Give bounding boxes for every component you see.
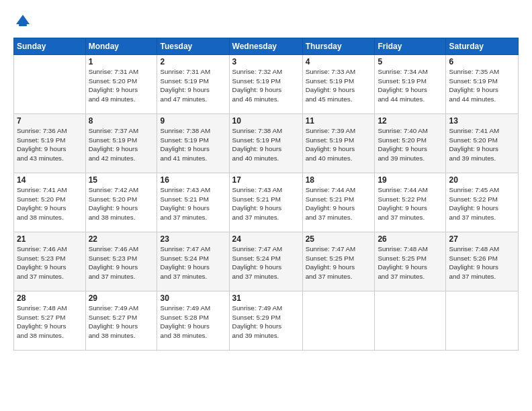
day-cell: 2Sunrise: 7:31 AMSunset: 5:19 PMDaylight… (157, 55, 229, 114)
svg-marker-0 (16, 15, 30, 24)
day-number: 24 (232, 234, 300, 244)
day-cell: 9Sunrise: 7:38 AMSunset: 5:19 PMDaylight… (157, 114, 229, 173)
day-number: 15 (89, 175, 154, 185)
day-cell: 30Sunrise: 7:49 AMSunset: 5:28 PMDayligh… (157, 291, 229, 351)
day-detail: Sunrise: 7:47 AMSunset: 5:24 PMDaylight:… (232, 244, 300, 281)
day-detail: Sunrise: 7:48 AMSunset: 5:25 PMDaylight:… (378, 244, 443, 281)
day-number: 20 (449, 175, 515, 185)
day-number: 9 (160, 116, 226, 126)
day-detail: Sunrise: 7:43 AMSunset: 5:21 PMDaylight:… (160, 185, 226, 222)
day-detail: Sunrise: 7:34 AMSunset: 5:19 PMDaylight:… (378, 67, 443, 104)
day-number: 6 (449, 57, 515, 66)
day-number: 10 (232, 116, 300, 126)
day-cell (446, 291, 519, 351)
day-cell: 1Sunrise: 7:31 AMSunset: 5:20 PMDaylight… (85, 55, 157, 114)
day-cell: 14Sunrise: 7:41 AMSunset: 5:20 PMDayligh… (14, 173, 86, 232)
weekday-header-sunday: Sunday (14, 38, 86, 55)
day-number: 19 (378, 175, 443, 185)
day-detail: Sunrise: 7:41 AMSunset: 5:20 PMDaylight:… (449, 126, 515, 163)
day-detail: Sunrise: 7:39 AMSunset: 5:19 PMDaylight:… (306, 126, 372, 163)
day-cell: 12Sunrise: 7:40 AMSunset: 5:20 PMDayligh… (375, 114, 446, 173)
day-detail: Sunrise: 7:41 AMSunset: 5:20 PMDaylight:… (17, 185, 83, 222)
day-detail: Sunrise: 7:42 AMSunset: 5:20 PMDaylight:… (89, 185, 154, 222)
day-cell: 19Sunrise: 7:44 AMSunset: 5:22 PMDayligh… (375, 173, 446, 232)
day-cell: 25Sunrise: 7:47 AMSunset: 5:25 PMDayligh… (302, 232, 375, 291)
day-number: 26 (378, 234, 443, 244)
weekday-header-friday: Friday (375, 38, 446, 55)
day-cell: 22Sunrise: 7:46 AMSunset: 5:23 PMDayligh… (85, 232, 157, 291)
day-cell: 26Sunrise: 7:48 AMSunset: 5:25 PMDayligh… (375, 232, 446, 291)
calendar-body: 1Sunrise: 7:31 AMSunset: 5:20 PMDaylight… (14, 55, 519, 351)
week-row-3: 14Sunrise: 7:41 AMSunset: 5:20 PMDayligh… (14, 173, 519, 232)
day-number: 17 (232, 175, 300, 185)
day-cell: 3Sunrise: 7:32 AMSunset: 5:19 PMDaylight… (229, 55, 302, 114)
day-detail: Sunrise: 7:33 AMSunset: 5:19 PMDaylight:… (306, 67, 372, 104)
day-number: 23 (160, 234, 226, 244)
day-number: 8 (89, 116, 154, 126)
weekday-header-tuesday: Tuesday (157, 38, 229, 55)
day-detail: Sunrise: 7:47 AMSunset: 5:25 PMDaylight:… (306, 244, 372, 281)
week-row-1: 1Sunrise: 7:31 AMSunset: 5:20 PMDaylight… (14, 55, 519, 114)
calendar-header: SundayMondayTuesdayWednesdayThursdayFrid… (14, 38, 519, 55)
page: SundayMondayTuesdayWednesdayThursdayFrid… (0, 0, 532, 411)
weekday-header-saturday: Saturday (446, 38, 519, 55)
day-number: 14 (17, 175, 83, 185)
day-detail: Sunrise: 7:35 AMSunset: 5:19 PMDaylight:… (449, 67, 515, 104)
weekday-header-wednesday: Wednesday (229, 38, 302, 55)
logo-icon (13, 12, 32, 31)
day-cell: 29Sunrise: 7:49 AMSunset: 5:27 PMDayligh… (85, 291, 157, 351)
day-detail: Sunrise: 7:49 AMSunset: 5:29 PMDaylight:… (232, 304, 300, 340)
day-number: 1 (89, 57, 154, 66)
calendar: SundayMondayTuesdayWednesdayThursdayFrid… (13, 38, 519, 351)
day-detail: Sunrise: 7:31 AMSunset: 5:20 PMDaylight:… (89, 67, 154, 104)
day-cell: 4Sunrise: 7:33 AMSunset: 5:19 PMDaylight… (302, 55, 375, 114)
weekday-header-monday: Monday (85, 38, 157, 55)
day-number: 5 (378, 57, 443, 66)
day-detail: Sunrise: 7:32 AMSunset: 5:19 PMDaylight:… (232, 67, 300, 104)
day-number: 2 (160, 57, 226, 66)
day-detail: Sunrise: 7:38 AMSunset: 5:19 PMDaylight:… (232, 126, 300, 163)
day-detail: Sunrise: 7:45 AMSunset: 5:22 PMDaylight:… (449, 185, 515, 222)
day-cell: 7Sunrise: 7:36 AMSunset: 5:19 PMDaylight… (14, 114, 86, 173)
day-cell: 18Sunrise: 7:44 AMSunset: 5:21 PMDayligh… (302, 173, 375, 232)
day-number: 18 (306, 175, 372, 185)
day-detail: Sunrise: 7:44 AMSunset: 5:21 PMDaylight:… (306, 185, 372, 222)
day-cell: 16Sunrise: 7:43 AMSunset: 5:21 PMDayligh… (157, 173, 229, 232)
day-cell: 27Sunrise: 7:48 AMSunset: 5:26 PMDayligh… (446, 232, 519, 291)
day-number: 12 (378, 116, 443, 126)
day-cell: 15Sunrise: 7:42 AMSunset: 5:20 PMDayligh… (85, 173, 157, 232)
day-cell: 24Sunrise: 7:47 AMSunset: 5:24 PMDayligh… (229, 232, 302, 291)
day-cell: 17Sunrise: 7:43 AMSunset: 5:21 PMDayligh… (229, 173, 302, 232)
day-detail: Sunrise: 7:48 AMSunset: 5:27 PMDaylight:… (17, 304, 83, 340)
day-number: 27 (449, 234, 515, 244)
day-detail: Sunrise: 7:36 AMSunset: 5:19 PMDaylight:… (17, 126, 83, 163)
week-row-5: 28Sunrise: 7:48 AMSunset: 5:27 PMDayligh… (14, 291, 519, 351)
day-cell: 28Sunrise: 7:48 AMSunset: 5:27 PMDayligh… (14, 291, 86, 351)
svg-rect-1 (19, 24, 27, 26)
day-number: 4 (306, 57, 372, 66)
week-row-2: 7Sunrise: 7:36 AMSunset: 5:19 PMDaylight… (14, 114, 519, 173)
day-number: 22 (89, 234, 154, 244)
day-cell: 21Sunrise: 7:46 AMSunset: 5:23 PMDayligh… (14, 232, 86, 291)
day-number: 31 (232, 293, 300, 303)
day-detail: Sunrise: 7:43 AMSunset: 5:21 PMDaylight:… (232, 185, 300, 222)
day-number: 25 (306, 234, 372, 244)
day-cell (375, 291, 446, 351)
day-number: 29 (89, 293, 154, 303)
day-number: 16 (160, 175, 226, 185)
day-detail: Sunrise: 7:47 AMSunset: 5:24 PMDaylight:… (160, 244, 226, 281)
day-number: 13 (449, 116, 515, 126)
day-cell: 23Sunrise: 7:47 AMSunset: 5:24 PMDayligh… (157, 232, 229, 291)
day-cell: 11Sunrise: 7:39 AMSunset: 5:19 PMDayligh… (302, 114, 375, 173)
day-detail: Sunrise: 7:31 AMSunset: 5:19 PMDaylight:… (160, 67, 226, 104)
day-cell: 5Sunrise: 7:34 AMSunset: 5:19 PMDaylight… (375, 55, 446, 114)
day-cell (14, 55, 86, 114)
day-detail: Sunrise: 7:48 AMSunset: 5:26 PMDaylight:… (449, 244, 515, 281)
day-number: 28 (17, 293, 83, 303)
day-number: 3 (232, 57, 300, 66)
day-cell: 13Sunrise: 7:41 AMSunset: 5:20 PMDayligh… (446, 114, 519, 173)
day-number: 30 (160, 293, 226, 303)
day-number: 7 (17, 116, 83, 126)
week-row-4: 21Sunrise: 7:46 AMSunset: 5:23 PMDayligh… (14, 232, 519, 291)
weekday-row: SundayMondayTuesdayWednesdayThursdayFrid… (14, 38, 519, 55)
